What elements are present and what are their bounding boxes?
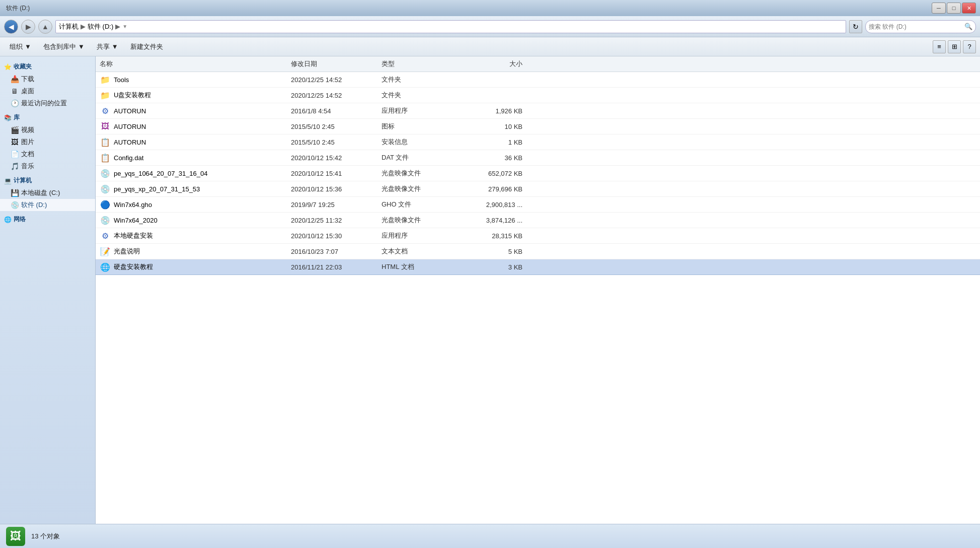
close-button[interactable]: ✕ — [962, 3, 976, 14]
statusbar: 🖼 13 个对象 — [0, 524, 980, 548]
share-button[interactable]: 共享 ▼ — [91, 39, 124, 54]
organize-button[interactable]: 组织 ▼ — [4, 39, 37, 54]
file-date: 2020/10/12 15:30 — [291, 232, 382, 240]
toolbar-right: ≡ ⊞ ? — [933, 40, 976, 53]
address-path[interactable]: 计算机 ▶ 软件 (D:) ▶ ▼ — [55, 20, 846, 33]
file-row[interactable]: 🔵 Win7x64.gho 2019/9/7 19:25 GHO 文件 2,90… — [96, 197, 980, 213]
view-toggle-button[interactable]: ⊞ — [948, 40, 961, 53]
document-icon: 📄 — [10, 150, 19, 159]
statusbar-text: 13 个对象 — [31, 532, 60, 541]
file-date: 2020/10/12 15:36 — [291, 185, 382, 193]
sidebar-item-desktop[interactable]: 🖥 桌面 — [0, 85, 95, 97]
file-row[interactable]: 🖼 AUTORUN 2015/5/10 2:45 图标 10 KB — [96, 119, 980, 134]
sidebar-item-music[interactable]: 🎵 音乐 — [0, 160, 95, 172]
file-row[interactable]: 📁 Tools 2020/12/25 14:52 文件夹 — [96, 72, 980, 88]
col-header-name[interactable]: 名称 — [100, 59, 291, 68]
file-row[interactable]: 🌐 硬盘安装教程 2016/11/21 22:03 HTML 文档 3 KB — [96, 259, 980, 275]
archive-button[interactable]: 包含到库中 ▼ — [38, 39, 90, 54]
file-name: pe_yqs_xp_20_07_31_15_53 — [114, 185, 200, 193]
search-input[interactable] — [869, 23, 962, 30]
favorites-icon: ⭐ — [4, 63, 12, 71]
sidebar-item-video[interactable]: 🎬 视频 — [0, 124, 95, 136]
sidebar: ⭐ 收藏夹 📥 下载 🖥 桌面 🕐 最近访问的位置 📚 库 — [0, 56, 96, 524]
file-name: Config.dat — [114, 154, 143, 162]
file-icon-exe: ⚙ — [100, 105, 111, 116]
library-label: 库 — [14, 113, 20, 122]
col-header-type[interactable]: 类型 — [382, 59, 462, 68]
video-icon: 🎬 — [10, 125, 19, 134]
search-box[interactable]: 🔍 — [865, 20, 976, 33]
col-header-date[interactable]: 修改日期 — [291, 59, 382, 68]
video-label: 视频 — [21, 125, 34, 134]
drive-c-label: 本地磁盘 (C:) — [21, 188, 60, 197]
sidebar-header-network[interactable]: 🌐 网络 — [0, 213, 95, 226]
new-folder-button[interactable]: 新建文件夹 — [125, 39, 169, 54]
file-date: 2016/10/23 7:07 — [291, 248, 382, 255]
file-row[interactable]: 📝 光盘说明 2016/10/23 7:07 文本文档 5 KB — [96, 244, 980, 259]
file-type: 光盘映像文件 — [382, 216, 462, 225]
file-name-cell: 📁 Tools — [100, 74, 291, 85]
file-icon-img: 🖼 — [100, 121, 111, 132]
file-type: DAT 文件 — [382, 153, 462, 162]
path-part-drive[interactable]: 软件 (D:) — [88, 22, 113, 31]
sidebar-item-document[interactable]: 📄 文档 — [0, 148, 95, 160]
help-button[interactable]: ? — [963, 40, 976, 53]
file-row[interactable]: 📋 AUTORUN 2015/5/10 2:45 安装信息 1 KB — [96, 134, 980, 150]
sidebar-header-computer[interactable]: 💻 计算机 — [0, 174, 95, 187]
maximize-button[interactable]: □ — [947, 3, 961, 14]
file-row[interactable]: ⚙ AUTORUN 2016/1/8 4:54 应用程序 1,926 KB — [96, 103, 980, 119]
file-area: 名称 修改日期 类型 大小 📁 Tools 2020/12/25 14:52 文… — [96, 56, 980, 524]
file-icon-iso: 💿 — [100, 183, 111, 194]
minimize-button[interactable]: ─ — [932, 3, 946, 14]
back-button[interactable]: ◀ — [4, 20, 18, 34]
titlebar-buttons: ─ □ ✕ — [932, 3, 976, 14]
file-row[interactable]: 💿 pe_yqs_xp_20_07_31_15_53 2020/10/12 15… — [96, 181, 980, 197]
drive-d-icon: 💿 — [10, 200, 19, 210]
recent-icon: 🕐 — [10, 99, 19, 108]
file-type: 文本文档 — [382, 247, 462, 256]
sidebar-item-drive-d[interactable]: 💿 软件 (D:) — [0, 199, 95, 211]
forward-button[interactable]: ▶ — [21, 20, 35, 34]
file-date: 2015/5/10 2:45 — [291, 123, 382, 130]
file-date: 2015/5/10 2:45 — [291, 139, 382, 146]
file-size: 28,315 KB — [462, 232, 522, 240]
file-row[interactable]: 💿 Win7x64_2020 2020/12/25 11:32 光盘映像文件 3… — [96, 213, 980, 228]
search-icon: 🔍 — [964, 23, 972, 30]
file-icon-exe: ⚙ — [100, 230, 111, 241]
recent-label: 最近访问的位置 — [21, 99, 67, 108]
file-row[interactable]: 💿 pe_yqs_1064_20_07_31_16_04 2020/10/12 … — [96, 166, 980, 181]
up-button[interactable]: ▲ — [38, 20, 52, 34]
library-icon: 📚 — [4, 114, 12, 121]
toolbar: 组织 ▼ 包含到库中 ▼ 共享 ▼ 新建文件夹 ≡ ⊞ ? — [0, 37, 980, 56]
sidebar-header-favorites[interactable]: ⭐ 收藏夹 — [0, 60, 95, 73]
file-row[interactable]: 📋 Config.dat 2020/10/12 15:42 DAT 文件 36 … — [96, 150, 980, 166]
file-icon-dat: 📋 — [100, 136, 111, 148]
sidebar-item-downloads[interactable]: 📥 下载 — [0, 73, 95, 85]
sidebar-item-drive-c[interactable]: 💾 本地磁盘 (C:) — [0, 187, 95, 199]
file-row[interactable]: ⚙ 本地硬盘安装 2020/10/12 15:30 应用程序 28,315 KB — [96, 228, 980, 244]
file-name-cell: 🌐 硬盘安装教程 — [100, 261, 291, 272]
file-type: 文件夹 — [382, 75, 462, 84]
sidebar-item-recent[interactable]: 🕐 最近访问的位置 — [0, 97, 95, 109]
file-name-cell: 📁 U盘安装教程 — [100, 90, 291, 101]
sidebar-item-picture[interactable]: 🖼 图片 — [0, 136, 95, 148]
path-dropdown-arrow[interactable]: ▼ — [122, 24, 127, 29]
col-header-size[interactable]: 大小 — [462, 59, 522, 68]
sidebar-section-favorites: ⭐ 收藏夹 📥 下载 🖥 桌面 🕐 最近访问的位置 — [0, 60, 95, 109]
desktop-icon: 🖥 — [10, 87, 19, 96]
sidebar-header-library[interactable]: 📚 库 — [0, 111, 95, 124]
file-icon-folder: 📁 — [100, 74, 111, 85]
file-size: 1,926 KB — [462, 107, 522, 115]
file-name: U盘安装教程 — [114, 91, 151, 100]
file-row[interactable]: 📁 U盘安装教程 2020/12/25 14:52 文件夹 — [96, 88, 980, 103]
file-list-header: 名称 修改日期 类型 大小 — [96, 56, 980, 72]
refresh-button[interactable]: ↻ — [849, 20, 862, 33]
downloads-label: 下载 — [21, 75, 34, 84]
file-size: 279,696 KB — [462, 185, 522, 193]
path-part-computer[interactable]: 计算机 — [59, 22, 79, 31]
view-button[interactable]: ≡ — [933, 40, 946, 53]
file-name: 本地硬盘安装 — [114, 231, 153, 240]
document-label: 文档 — [21, 150, 34, 159]
file-size: 10 KB — [462, 123, 522, 130]
file-name: Tools — [114, 76, 129, 84]
